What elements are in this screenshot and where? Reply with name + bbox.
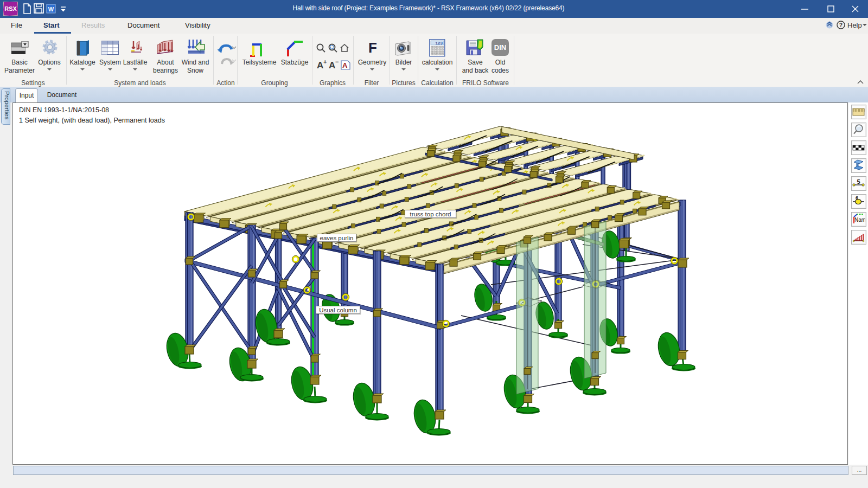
svg-text:6: 6: [856, 195, 858, 201]
svg-text:?: ?: [839, 22, 843, 28]
svg-text:Name: Name: [854, 217, 865, 223]
svg-text:A: A: [317, 60, 323, 70]
svg-text:A: A: [329, 60, 335, 70]
svg-text:123: 123: [435, 41, 443, 46]
svg-text:+: +: [323, 59, 327, 65]
svg-text:5: 5: [857, 178, 860, 185]
